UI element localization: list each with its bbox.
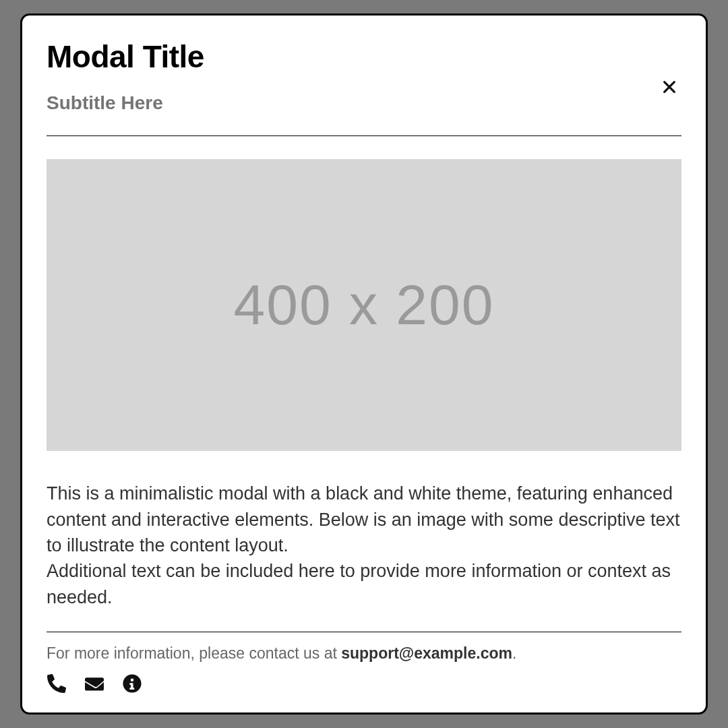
footer-email: support@example.com (341, 644, 512, 662)
footer-prefix: For more information, please contact us … (47, 644, 341, 662)
modal-subtitle: Subtitle Here (47, 92, 681, 114)
footer-divider (47, 632, 681, 632)
info-icon[interactable] (122, 673, 142, 694)
placeholder-image: 400 x 200 (47, 159, 681, 451)
footer-icon-row (47, 673, 681, 694)
modal-dialog: Modal Title Subtitle Here 400 x 200 This… (20, 13, 708, 715)
footer-suffix: . (512, 644, 516, 662)
modal-title: Modal Title (47, 38, 681, 75)
body-paragraph-1: This is a minimalistic modal with a blac… (47, 481, 681, 558)
modal-body: This is a minimalistic modal with a blac… (47, 481, 681, 610)
envelope-icon[interactable] (84, 673, 104, 694)
phone-icon[interactable] (47, 673, 67, 694)
close-icon (662, 80, 677, 94)
footer-text: For more information, please contact us … (47, 644, 681, 663)
placeholder-image-text: 400 x 200 (234, 272, 495, 338)
body-paragraph-2: Additional text can be included here to … (47, 558, 681, 610)
modal-header: Modal Title Subtitle Here (47, 38, 681, 114)
header-divider (47, 135, 681, 136)
close-button[interactable] (657, 75, 681, 99)
